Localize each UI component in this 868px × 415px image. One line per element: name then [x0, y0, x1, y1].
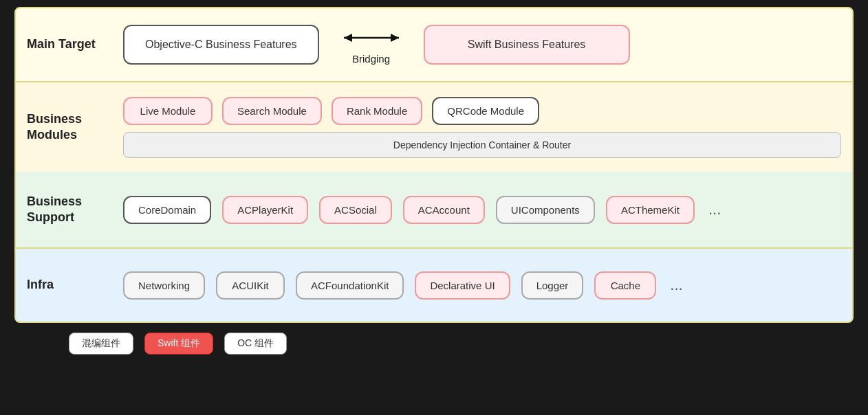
acfoundationkit-box: ACFoundationKit	[296, 271, 404, 300]
uicomponents-box: UIComponents	[496, 196, 595, 224]
bridging-arrow	[337, 25, 406, 50]
business-modules-content: Live Module Search Module Rank Module QR…	[123, 97, 841, 158]
legend: 混编组件 Swift 组件 OC 组件	[0, 333, 868, 355]
objc-business-features-box: Objective-C Business Features	[123, 25, 319, 65]
acplayerkit-box: ACPlayerKit	[222, 196, 308, 224]
business-modules-label: BusinessModules	[27, 111, 109, 144]
legend-box-mixed: 混编组件	[69, 333, 133, 355]
legend-item-mixed: 混编组件	[69, 333, 133, 355]
search-module-box: Search Module	[222, 97, 322, 125]
declarative-ui-box: Declarative UI	[415, 271, 510, 300]
acaccount-box: ACAccount	[403, 196, 485, 224]
business-support-label: BusinessSupport	[27, 194, 109, 226]
bridging-area: Bridging	[330, 25, 413, 65]
dep-injection-box: Dependency Injection Container & Router	[123, 132, 841, 158]
infra-content: Networking ACUIKit ACFoundationKit Decla…	[123, 271, 841, 300]
acuikit-box: ACUIKit	[216, 271, 285, 300]
infra-ellipsis: ...	[667, 276, 685, 294]
svg-marker-2	[391, 34, 399, 42]
cache-box: Cache	[594, 271, 656, 300]
logger-box: Logger	[521, 271, 584, 300]
architecture-diagram: Main Target Objective-C Business Feature…	[14, 7, 854, 323]
acthemekit-box: ACThemeKit	[606, 196, 695, 224]
acsocial-box: ACSocial	[319, 196, 392, 224]
business-support-ellipsis: ...	[706, 201, 724, 218]
swift-business-features-box: Swift Business Features	[424, 25, 630, 65]
main-target-row: Main Target Objective-C Business Feature…	[14, 7, 854, 82]
infra-row: Infra Networking ACUIKit ACFoundationKit…	[14, 247, 854, 323]
legend-item-swift: Swift 组件	[144, 333, 213, 355]
business-support-content: CoreDomain ACPlayerKit ACSocial ACAccoun…	[123, 196, 841, 224]
legend-box-oc: OC 组件	[224, 333, 287, 355]
main-target-label: Main Target	[27, 36, 109, 52]
infra-label: Infra	[27, 277, 109, 293]
double-arrow-svg	[337, 25, 406, 50]
coredomain-box: CoreDomain	[123, 196, 211, 224]
bridging-label: Bridging	[352, 53, 390, 65]
legend-item-oc: OC 组件	[224, 333, 287, 355]
legend-box-swift: Swift 组件	[144, 333, 213, 355]
main-target-content: Objective-C Business Features Bridging S…	[123, 25, 841, 65]
business-modules-row: BusinessModules Live Module Search Modul…	[14, 82, 854, 172]
modules-row: Live Module Search Module Rank Module QR…	[123, 97, 539, 125]
networking-box: Networking	[123, 271, 205, 300]
business-support-row: BusinessSupport CoreDomain ACPlayerKit A…	[14, 172, 854, 247]
live-module-box: Live Module	[123, 97, 213, 125]
svg-marker-1	[344, 34, 352, 42]
rank-module-box: Rank Module	[332, 97, 422, 125]
qrcode-module-box: QRCode Module	[432, 97, 539, 125]
